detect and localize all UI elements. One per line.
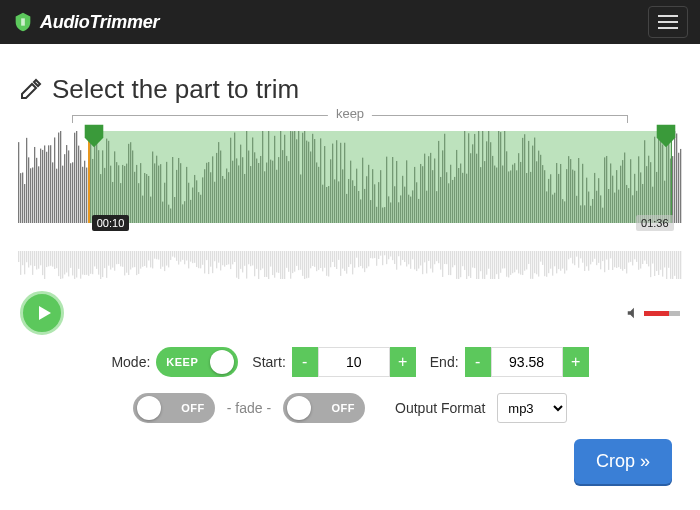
play-button[interactable] (20, 291, 64, 335)
keep-indicator: keep (72, 115, 628, 127)
menu-button[interactable] (648, 6, 688, 38)
mode-label: Mode: (111, 354, 150, 370)
volume-control[interactable] (626, 306, 680, 320)
fade-out-toggle[interactable]: OFF (283, 393, 365, 423)
trim-handle-end[interactable] (654, 123, 678, 149)
end-decrement[interactable]: - (465, 347, 491, 377)
fade-in-toggle-label: OFF (181, 402, 205, 414)
start-label: Start: (252, 354, 285, 370)
play-icon (36, 305, 52, 321)
brand-name: AudioTrimmer (40, 12, 159, 33)
speaker-icon (626, 306, 640, 320)
waveform[interactable]: 00:10 01:36 (18, 131, 682, 251)
trim-handle-start[interactable] (82, 123, 106, 149)
output-format-label: Output Format (395, 400, 485, 416)
mode-toggle[interactable]: KEEP (156, 347, 238, 377)
end-input[interactable] (491, 347, 563, 377)
page-title-text: Select the part to trim (52, 74, 299, 105)
fade-in-toggle[interactable]: OFF (133, 393, 215, 423)
start-time-label: 00:10 (92, 215, 130, 231)
fade-label: - fade - (227, 400, 271, 416)
selection-range[interactable] (88, 131, 672, 223)
edit-icon (18, 78, 42, 102)
start-increment[interactable]: + (390, 347, 416, 377)
start-input[interactable] (318, 347, 390, 377)
start-decrement[interactable]: - (292, 347, 318, 377)
fade-out-toggle-label: OFF (332, 402, 356, 414)
output-format-select[interactable]: mp3 (497, 393, 567, 423)
end-time-label: 01:36 (636, 215, 674, 231)
logo-icon (12, 11, 34, 33)
end-increment[interactable]: + (563, 347, 589, 377)
mode-toggle-label: KEEP (166, 356, 198, 368)
volume-slider[interactable] (644, 311, 680, 316)
crop-button[interactable]: Crop » (574, 439, 672, 484)
brand-logo[interactable]: AudioTrimmer (12, 11, 159, 33)
keep-label: keep (328, 106, 372, 121)
page-title: Select the part to trim (18, 74, 682, 105)
end-label: End: (430, 354, 459, 370)
